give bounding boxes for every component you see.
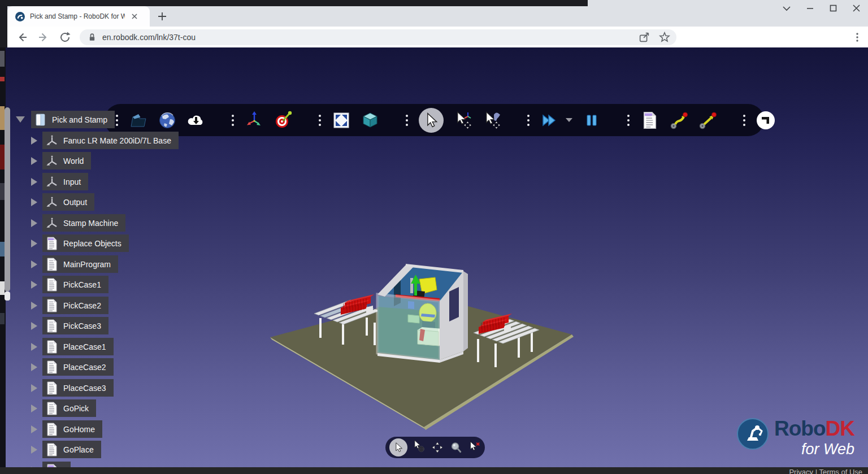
brand-name: RoboDK [774, 418, 854, 439]
collapse-arrow-icon[interactable] [16, 116, 25, 123]
select-cursor-icon [393, 442, 404, 453]
toolbar-group-handle[interactable] [405, 115, 409, 126]
select-cursor-icon [423, 112, 440, 129]
expand-arrow-icon[interactable] [31, 446, 37, 454]
select-cursor-button-active[interactable] [419, 108, 444, 133]
minimize-icon[interactable] [806, 5, 814, 12]
tree-item-goplace[interactable]: GoPlace [31, 441, 101, 458]
move-reference-icon[interactable] [453, 111, 472, 130]
expand-arrow-icon[interactable] [31, 178, 37, 186]
frame-icon [45, 195, 59, 210]
expand-arrow-icon[interactable] [31, 302, 37, 310]
maximize-icon[interactable] [830, 5, 837, 12]
robot-cell [377, 264, 468, 363]
back-icon[interactable] [15, 31, 29, 44]
expand-arrow-icon[interactable] [31, 260, 37, 268]
tree-item-input[interactable]: Input [31, 173, 88, 190]
address-bar: en.robodk.com/lnk/37t-cou [7, 27, 868, 47]
tree-item-pick-and-stamp[interactable]: Pick and Stamp [16, 111, 115, 128]
chevron-down-icon[interactable] [783, 6, 791, 11]
expand-arrow-icon[interactable] [31, 240, 37, 247]
expand-arrow-icon[interactable] [31, 425, 37, 433]
expand-arrow-icon[interactable] [31, 405, 37, 412]
tree-item-label: MainProgram [63, 260, 111, 269]
robodk-logo-icon [737, 418, 769, 450]
close-icon[interactable] [853, 5, 860, 12]
target-icon[interactable] [274, 111, 293, 130]
tree-item-label: PlaceCase2 [63, 363, 106, 372]
move-robot-icon[interactable] [482, 111, 501, 130]
select-tool-button-active[interactable] [389, 438, 407, 456]
tree-item-world[interactable]: World [31, 152, 91, 169]
corner-arrow-icon[interactable] [756, 111, 775, 130]
bookmark-star-icon[interactable] [658, 31, 671, 44]
toolbar-group-handle[interactable] [626, 115, 631, 126]
tree-item-label: PickCase2 [63, 301, 101, 310]
tree-item-placecase3[interactable]: PlaceCase3 [31, 379, 114, 397]
online-library-icon[interactable] [158, 111, 177, 130]
omnibox[interactable]: en.robodk.com/lnk/37t-cou [80, 29, 676, 45]
program-icon [45, 442, 59, 457]
toolbar-group-handle[interactable] [318, 115, 322, 126]
tree-item-gopick[interactable]: GoPick [31, 399, 96, 417]
share-icon[interactable] [638, 31, 650, 44]
glass-pane [377, 294, 440, 360]
tab-close-icon[interactable] [130, 12, 139, 21]
tree-item-mainprogram[interactable]: MainProgram [31, 255, 118, 273]
expand-arrow-icon[interactable] [31, 198, 37, 206]
expand-arrow-icon[interactable] [31, 363, 37, 371]
pan-view-icon[interactable] [431, 441, 444, 454]
dropdown-caret-icon[interactable] [566, 118, 572, 122]
expand-arrow-icon[interactable] [31, 157, 37, 165]
expand-arrow-icon[interactable] [31, 343, 37, 351]
toolbar-group-handle[interactable] [115, 115, 119, 126]
pause-icon[interactable] [582, 111, 601, 130]
expand-arrow-icon[interactable] [31, 219, 37, 227]
zoom-view-icon[interactable] [449, 441, 463, 454]
tree-item-placecase1[interactable]: PlaceCase1 [31, 338, 114, 355]
robodk-branding: RoboDK for Web [737, 418, 854, 457]
tree-item-label: PickCase1 [63, 280, 101, 289]
tree-scrollbar[interactable] [5, 107, 10, 292]
browser-tab[interactable]: Pick and Stamp - RoboDK for We [7, 6, 150, 27]
expand-arrow-icon[interactable] [31, 384, 37, 392]
fit-view-icon[interactable] [332, 111, 351, 130]
deselect-cursor-icon[interactable] [467, 441, 481, 454]
legal-links[interactable]: Privacy | Terms of Use [789, 468, 862, 474]
toolbar-group-handle[interactable] [742, 115, 747, 126]
fast-forward-icon[interactable] [540, 111, 559, 130]
expand-arrow-icon[interactable] [31, 137, 37, 145]
tree-item-gohome[interactable]: GoHome [31, 420, 102, 438]
tree-item-pickcase3[interactable]: PickCase3 [31, 317, 108, 334]
tree-item-pickcase1[interactable]: PickCase1 [31, 276, 108, 293]
main-toolbar [105, 104, 764, 136]
open-folder-icon[interactable] [129, 111, 148, 130]
tree-item-robot-base[interactable]: Fanuc LR Mate 200iD/7L Base [31, 132, 179, 149]
browser-menu-icon[interactable] [852, 32, 863, 43]
lock-icon[interactable] [86, 32, 98, 43]
viewport-3d[interactable]: Pick and Stamp Fanuc LR Mate 200iD/7L Ba… [0, 47, 868, 474]
expand-arrow-icon[interactable] [31, 322, 37, 330]
toolbar-group-handle[interactable] [526, 115, 531, 126]
tree-item-replace-objects[interactable]: Replace Objects [31, 234, 129, 252]
window-controls [783, 5, 860, 12]
tree-scrollbar-end[interactable] [5, 292, 10, 301]
add-program-icon[interactable] [640, 111, 659, 130]
reference-frame-icon[interactable] [245, 111, 264, 130]
tree-item-output[interactable]: Output [31, 193, 94, 211]
tree-item-pickcase2[interactable]: PickCase2 [31, 297, 108, 314]
move-linear-icon[interactable] [698, 111, 717, 130]
tree-item-stamp-machine[interactable]: Stamp Machine [31, 214, 125, 232]
new-tab-button[interactable] [156, 10, 168, 23]
orbit-view-icon[interactable] [413, 441, 426, 454]
forward-icon[interactable] [37, 31, 50, 44]
toolbar-group-handle[interactable] [231, 115, 235, 126]
robot-cell-scene [257, 256, 579, 437]
frame-icon [45, 216, 59, 231]
reload-icon[interactable] [58, 31, 72, 44]
tree-item-placecase2[interactable]: PlaceCase2 [31, 358, 114, 376]
expand-arrow-icon[interactable] [31, 281, 37, 289]
isometric-view-icon[interactable] [361, 111, 380, 130]
cloud-download-icon[interactable] [186, 111, 206, 130]
move-joint-icon[interactable] [669, 111, 688, 130]
